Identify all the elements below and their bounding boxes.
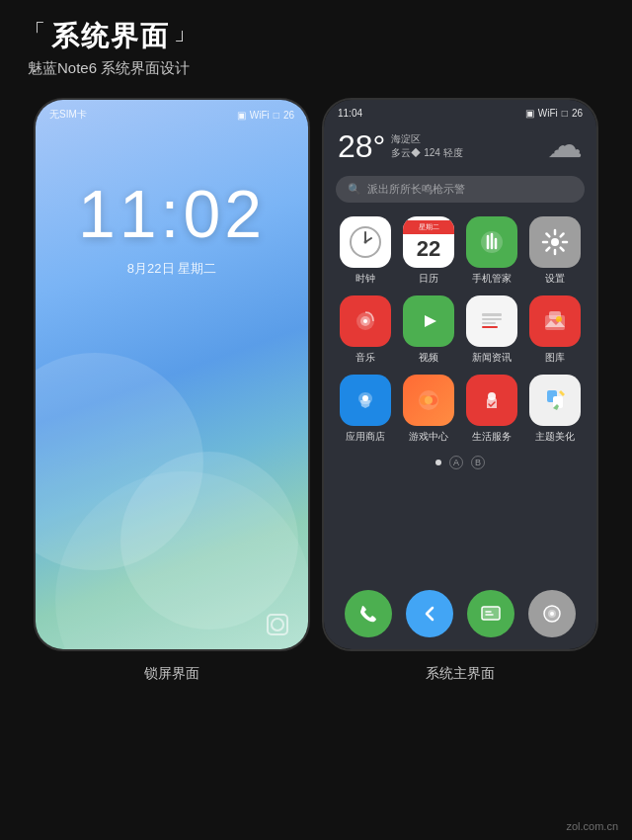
lock-screen: 无SIM卡 ▣ WiFi □ 26 11:02 8月22日 星期二 xyxy=(36,100,308,649)
home-battery-level: 26 xyxy=(572,108,583,119)
app-label-video: 视频 xyxy=(419,351,438,365)
app-item-video[interactable]: 视频 xyxy=(397,295,460,365)
page-title: 系统界面 xyxy=(51,18,170,55)
title-bracket-right: 」 xyxy=(174,18,198,47)
battery-icon: □ xyxy=(274,110,279,121)
app-label-settings: 设置 xyxy=(545,272,565,286)
home-screen-phone: 11:04 ▣ WiFi □ 26 28° 海淀区 多云◆ 124 轻度 ☁ xyxy=(322,98,598,651)
nav-letter-b: B xyxy=(471,456,485,469)
message-button[interactable] xyxy=(467,590,514,637)
svg-point-31 xyxy=(550,612,554,616)
app-label-music: 音乐 xyxy=(356,351,375,365)
app-item-game[interactable]: 游戏中心 xyxy=(397,375,460,444)
battery-level: 26 xyxy=(283,110,294,121)
wifi-icon: WiFi xyxy=(250,110,270,121)
app-item-appstore[interactable]: 应用商店 xyxy=(334,375,397,444)
weather-row: 28° 海淀区 多云◆ 124 轻度 ☁ xyxy=(324,123,596,170)
svg-point-8 xyxy=(363,319,367,323)
svg-point-18 xyxy=(362,395,368,401)
home-battery-icon: □ xyxy=(562,108,568,119)
app-item-life[interactable]: 生活服务 xyxy=(460,375,523,444)
weather-cloud-icon: ☁ xyxy=(547,125,583,166)
app-label-life: 生活服务 xyxy=(472,430,512,444)
svg-point-5 xyxy=(551,238,559,246)
home-wifi-icon: WiFi xyxy=(538,108,558,119)
app-label-phone-manager: 手机管家 xyxy=(472,272,512,286)
home-screen-label: 系统主界面 xyxy=(322,665,598,683)
title-bracket-left: 「 xyxy=(24,18,47,47)
header: 「 系统界面 」 魅蓝Note6 系统界面设计 xyxy=(0,0,632,88)
app-item-news[interactable]: 新闻资讯 xyxy=(460,295,523,365)
phone-button[interactable] xyxy=(345,590,392,637)
no-sim-label: 无SIM卡 xyxy=(49,108,87,122)
home-time: 11:04 xyxy=(338,108,362,119)
lock-screen-phone: 无SIM卡 ▣ WiFi □ 26 11:02 8月22日 星期二 xyxy=(34,98,310,651)
nav-indicators: A B xyxy=(324,450,596,471)
weather-location: 海淀区 xyxy=(391,132,462,146)
app-item-music[interactable]: 音乐 xyxy=(334,295,397,365)
app-item-phone-manager[interactable]: 手机管家 xyxy=(460,216,523,286)
home-dot xyxy=(435,460,441,465)
weather-desc: 多云◆ 124 轻度 xyxy=(391,146,462,160)
svg-marker-9 xyxy=(425,315,436,327)
app-label-game: 游戏中心 xyxy=(409,430,448,444)
back-button[interactable] xyxy=(406,590,453,637)
signal-icon: ▣ xyxy=(237,110,246,121)
app-label-gallery: 图库 xyxy=(545,351,565,365)
svg-rect-11 xyxy=(482,318,502,320)
search-placeholder: 派出所所长鸣枪示警 xyxy=(367,182,465,197)
app-label-theme: 主题美化 xyxy=(535,430,575,444)
svg-point-3 xyxy=(364,241,367,244)
svg-point-16 xyxy=(556,316,562,322)
lock-time: 11:02 xyxy=(36,175,308,252)
watermark: zol.com.cn xyxy=(566,820,618,832)
app-label-news: 新闻资讯 xyxy=(472,351,512,365)
phones-row: 无SIM卡 ▣ WiFi □ 26 11:02 8月22日 星期二 11:04 … xyxy=(0,88,632,651)
svg-rect-12 xyxy=(482,322,496,324)
weather-temp: 28° xyxy=(338,128,385,165)
search-icon: 🔍 xyxy=(348,183,361,196)
nav-letter-a: A xyxy=(449,456,463,469)
app-item-calendar[interactable]: 星期二 22 日历 xyxy=(397,216,460,286)
app-item-clock[interactable]: 时钟 xyxy=(334,216,397,286)
svg-rect-10 xyxy=(482,313,502,316)
app-item-theme[interactable]: 主题美化 xyxy=(523,375,587,444)
app-label-clock: 时钟 xyxy=(356,272,375,286)
app-item-gallery[interactable]: 图库 xyxy=(523,295,587,365)
lock-status-bar: 无SIM卡 ▣ WiFi □ 26 xyxy=(36,100,308,126)
svg-rect-26 xyxy=(482,607,500,620)
lock-date: 8月22日 星期二 xyxy=(36,260,308,278)
app-item-settings[interactable]: 设置 xyxy=(523,216,587,286)
svg-point-22 xyxy=(425,396,433,404)
svg-rect-13 xyxy=(482,326,498,328)
home-signal-icon: ▣ xyxy=(525,108,534,119)
search-bar[interactable]: 🔍 派出所所长鸣枪示警 xyxy=(336,176,585,203)
app-grid: 时钟 星期二 22 日历 xyxy=(324,210,596,450)
app-label-appstore: 应用商店 xyxy=(346,430,385,444)
lock-screen-label: 锁屏界面 xyxy=(34,665,310,683)
home-screen: 11:04 ▣ WiFi □ 26 28° 海淀区 多云◆ 124 轻度 ☁ xyxy=(324,100,596,649)
speaker-button[interactable] xyxy=(528,590,576,637)
home-status-bar: 11:04 ▣ WiFi □ 26 xyxy=(324,100,596,123)
header-subtitle: 魅蓝Note6 系统界面设计 xyxy=(24,59,608,78)
camera-button[interactable] xyxy=(267,614,288,635)
phone-labels: 锁屏界面 系统主界面 xyxy=(0,651,632,683)
app-label-calendar: 日历 xyxy=(419,272,438,286)
bottom-nav xyxy=(324,582,596,649)
